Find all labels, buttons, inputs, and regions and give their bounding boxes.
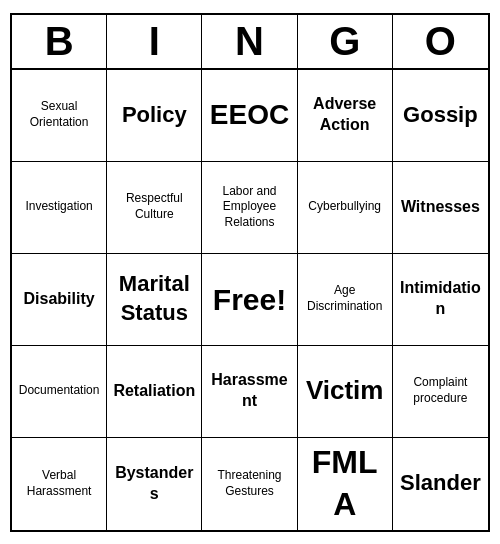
cell-text-21: Bystanders	[111, 463, 197, 505]
cell-text-2: EEOC	[210, 97, 289, 133]
bingo-letter-n: N	[202, 15, 297, 68]
bingo-grid: Sexual OrientationPolicyEEOCAdverse Acti…	[12, 70, 488, 530]
cell-text-23: FMLA	[302, 442, 388, 525]
cell-text-15: Documentation	[19, 383, 100, 399]
bingo-cell-14: Intimidation	[393, 254, 488, 346]
cell-text-1: Policy	[122, 101, 187, 130]
bingo-cell-0: Sexual Orientation	[12, 70, 107, 162]
cell-text-17: Harassment	[206, 370, 292, 412]
bingo-cell-23: FMLA	[298, 438, 393, 530]
bingo-cell-15: Documentation	[12, 346, 107, 438]
bingo-cell-20: Verbal Harassment	[12, 438, 107, 530]
bingo-cell-11: Marital Status	[107, 254, 202, 346]
bingo-cell-6: Respectful Culture	[107, 162, 202, 254]
bingo-cell-16: Retaliation	[107, 346, 202, 438]
bingo-cell-18: Victim	[298, 346, 393, 438]
cell-text-19: Complaint procedure	[397, 375, 484, 406]
bingo-cell-4: Gossip	[393, 70, 488, 162]
cell-text-14: Intimidation	[397, 278, 484, 320]
cell-text-10: Disability	[24, 289, 95, 310]
bingo-cell-12: Free!	[202, 254, 297, 346]
bingo-cell-17: Harassment	[202, 346, 297, 438]
bingo-cell-7: Labor and Employee Relations	[202, 162, 297, 254]
cell-text-7: Labor and Employee Relations	[206, 184, 292, 231]
bingo-cell-1: Policy	[107, 70, 202, 162]
bingo-header: BINGO	[12, 15, 488, 70]
cell-text-5: Investigation	[25, 199, 92, 215]
bingo-cell-24: Slander	[393, 438, 488, 530]
cell-text-18: Victim	[306, 374, 384, 408]
cell-text-11: Marital Status	[111, 270, 197, 327]
cell-text-4: Gossip	[403, 101, 478, 130]
cell-text-0: Sexual Orientation	[16, 99, 102, 130]
cell-text-13: Age Discrimination	[302, 283, 388, 314]
cell-text-16: Retaliation	[113, 381, 195, 402]
bingo-letter-g: G	[298, 15, 393, 68]
cell-text-22: Threatening Gestures	[206, 468, 292, 499]
cell-text-12: Free!	[213, 280, 286, 319]
cell-text-20: Verbal Harassment	[16, 468, 102, 499]
bingo-cell-22: Threatening Gestures	[202, 438, 297, 530]
bingo-card: BINGO Sexual OrientationPolicyEEOCAdvers…	[10, 13, 490, 532]
bingo-cell-19: Complaint procedure	[393, 346, 488, 438]
bingo-cell-2: EEOC	[202, 70, 297, 162]
cell-text-9: Witnesses	[401, 197, 480, 218]
bingo-cell-8: Cyberbullying	[298, 162, 393, 254]
bingo-letter-b: B	[12, 15, 107, 68]
cell-text-24: Slander	[400, 469, 481, 498]
bingo-cell-10: Disability	[12, 254, 107, 346]
bingo-letter-i: I	[107, 15, 202, 68]
bingo-letter-o: O	[393, 15, 488, 68]
bingo-cell-9: Witnesses	[393, 162, 488, 254]
bingo-cell-13: Age Discrimination	[298, 254, 393, 346]
cell-text-8: Cyberbullying	[308, 199, 381, 215]
bingo-cell-21: Bystanders	[107, 438, 202, 530]
cell-text-3: Adverse Action	[302, 94, 388, 136]
bingo-cell-5: Investigation	[12, 162, 107, 254]
bingo-cell-3: Adverse Action	[298, 70, 393, 162]
cell-text-6: Respectful Culture	[111, 191, 197, 222]
